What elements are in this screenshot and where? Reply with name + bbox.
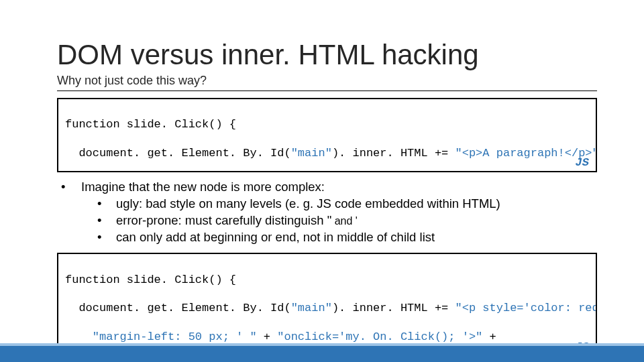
bullet-text: ugly: bad style on many levels (e. g. JS…: [112, 196, 597, 213]
code-text: ). inner. HTML +=: [332, 302, 455, 314]
list-item: • can only add at beginning or end, not …: [57, 229, 597, 246]
slide: DOM versus inner. HTML hacking Why not j…: [0, 0, 644, 362]
quote-single: ': [356, 215, 358, 227]
slide-subtitle: Why not just code this way?: [57, 74, 597, 88]
slide-title: DOM versus inner. HTML hacking: [57, 40, 597, 70]
bullet-text: can only add at beginning or end, not in…: [112, 229, 597, 246]
code-text: +: [490, 330, 496, 343]
divider: [57, 90, 597, 91]
code-string: "<p style='color: red; ": [455, 302, 597, 314]
list-item: • Imagine that the new node is more comp…: [57, 179, 597, 196]
code-text: ). inner. HTML +=: [332, 147, 455, 160]
list-item: • error-prone: must carefully distinguis…: [57, 213, 597, 229]
code-string: "main": [291, 147, 332, 160]
bullet-text: Imagine that the new node is more comple…: [72, 179, 597, 196]
code-string: "onclick='my. On. Click(); '>": [277, 330, 489, 343]
bullet-text-part: and: [331, 215, 356, 227]
code-text: function slide. Click() {: [65, 118, 236, 131]
bullet-icon: •: [97, 229, 112, 246]
language-tag: JS: [576, 156, 589, 170]
code-text: [65, 330, 93, 343]
code-text: document. get. Element. By. Id(: [65, 302, 291, 314]
list-item: • ugly: bad style on many levels (e. g. …: [57, 196, 597, 213]
bullet-icon: •: [97, 213, 112, 229]
bullet-list: • Imagine that the new node is more comp…: [57, 179, 597, 246]
code-string: "main": [291, 302, 332, 314]
bullet-icon: •: [57, 179, 72, 196]
code-text: +: [264, 330, 277, 343]
bullet-text-part: error-prone: must carefully distinguish: [116, 213, 327, 227]
code-text: document. get. Element. By. Id(: [65, 147, 291, 160]
bullet-text: error-prone: must carefully distinguish …: [112, 213, 597, 229]
footer-accent: [0, 346, 644, 362]
code-example-2: function slide. Click() { document. get.…: [57, 253, 597, 357]
code-example-1: function slide. Click() { document. get.…: [57, 98, 597, 172]
bullet-icon: •: [97, 196, 112, 213]
code-text: function slide. Click() {: [65, 274, 236, 286]
code-string: "margin-left: 50 px; ' ": [93, 330, 264, 343]
